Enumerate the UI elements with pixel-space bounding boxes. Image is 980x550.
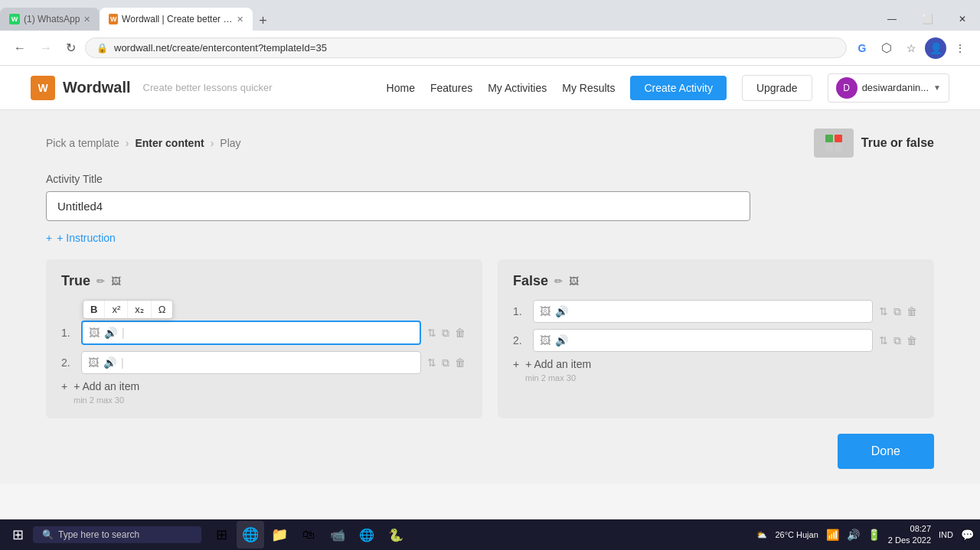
true-add-item[interactable]: + + Add an item	[61, 380, 467, 392]
breadcrumb-play[interactable]: Play	[220, 137, 240, 149]
upgrade-button[interactable]: Upgrade	[742, 75, 812, 101]
false-item-2-copy-btn[interactable]: ⧉	[892, 333, 903, 349]
tab-wordwall[interactable]: W Wordwall | Create better lessons ✕	[100, 8, 253, 31]
subscript-button[interactable]: x₂	[128, 301, 152, 318]
edit-false-icon[interactable]: ✏	[554, 275, 563, 287]
logo-subtitle: Create better lessons quicker	[143, 82, 273, 93]
template-icon	[814, 129, 854, 158]
nav-my-activities[interactable]: My Activities	[488, 82, 547, 94]
true-item-2-text-input[interactable]	[129, 356, 414, 369]
lock-icon: 🔒	[96, 43, 108, 54]
nav-my-results[interactable]: My Results	[562, 82, 615, 94]
breadcrumb-pick-template[interactable]: Pick a template	[46, 137, 119, 149]
address-bar[interactable]: 🔒 wordwall.net/create/entercontent?templ…	[85, 37, 847, 58]
true-item-1-input-area[interactable]: 🖼 🔊 |	[81, 321, 421, 345]
breadcrumb-enter-content: Enter content	[135, 137, 204, 149]
tab-whatsapp[interactable]: W (1) WhatsApp ✕	[0, 8, 100, 31]
nav-home[interactable]: Home	[387, 82, 415, 94]
edit-true-icon[interactable]: ✏	[96, 275, 105, 287]
page-content: Pick a template › Enter content › Play T…	[0, 110, 980, 484]
superscript-button[interactable]: x²	[105, 301, 128, 318]
false-item-1-num: 1.	[513, 305, 528, 317]
true-item-2: 2. 🖼 🔊 | ⇅ ⧉ 🗑	[61, 351, 467, 374]
false-item-1-input-area[interactable]: 🖼 🔊	[533, 300, 873, 323]
create-activity-button[interactable]: Create Activity	[630, 76, 726, 100]
divider-1: |	[122, 327, 125, 339]
true-item-2-copy-btn[interactable]: ⧉	[440, 355, 451, 371]
true-add-item-label: + Add an item	[74, 380, 139, 392]
instruction-label: + Instruction	[57, 232, 116, 244]
menu-icon[interactable]: ⋮	[949, 37, 971, 59]
audio-input-icon-1[interactable]: 🔊	[104, 327, 117, 339]
omega-button[interactable]: Ω	[152, 301, 173, 318]
tab-whatsapp-close[interactable]: ✕	[83, 15, 90, 24]
false-image-icon-1[interactable]: 🖼	[540, 305, 550, 317]
minimize-button[interactable]: —	[874, 8, 910, 31]
activity-title-input[interactable]	[46, 191, 750, 221]
false-item-1-copy-btn[interactable]: ⧉	[892, 304, 903, 320]
refresh-button[interactable]: ↻	[61, 37, 80, 58]
bookmark-icon[interactable]: ☆	[900, 37, 922, 59]
false-audio-icon-2[interactable]: 🔊	[555, 334, 568, 347]
false-item-1-delete-btn[interactable]: 🗑	[905, 304, 919, 320]
activity-title-label: Activity Title	[46, 173, 934, 185]
false-item-2-text-input[interactable]	[573, 334, 866, 347]
image-input-icon-1[interactable]: 🖼	[89, 327, 100, 339]
true-item-1-num: 1.	[61, 327, 77, 339]
plus-icon: +	[46, 232, 52, 244]
whatsapp-favicon: W	[9, 14, 20, 24]
true-item-2-num: 2.	[61, 356, 77, 369]
true-item-1-text-input[interactable]	[129, 327, 413, 339]
nav-features[interactable]: Features	[430, 82, 472, 94]
true-item-1-copy-btn[interactable]: ⧉	[440, 325, 451, 341]
new-tab-button[interactable]: +	[253, 13, 273, 29]
breadcrumb: Pick a template › Enter content › Play	[46, 137, 241, 149]
true-column: True ✏ 🖼 B x² x₂ Ω 1. 🖼 🔊 |	[46, 259, 482, 418]
back-button[interactable]: ←	[9, 38, 31, 58]
audio-input-icon-2[interactable]: 🔊	[103, 356, 116, 369]
false-item-1-text-input[interactable]	[573, 305, 866, 317]
false-add-item[interactable]: + + Add an item	[513, 358, 919, 370]
user-menu[interactable]: D desiwardanin... ▼	[828, 73, 949, 103]
done-button[interactable]: Done	[838, 434, 934, 469]
wordwall-logo-text: Wordwall	[63, 79, 131, 96]
maximize-button[interactable]: ⬜	[910, 8, 945, 31]
forward-button[interactable]: →	[35, 38, 57, 58]
breadcrumb-sep-1: ›	[126, 137, 129, 149]
true-item-2-input-area[interactable]: 🖼 🔊 |	[81, 351, 421, 374]
false-hint: min 2 max 30	[525, 373, 919, 382]
false-item-2-delete-btn[interactable]: 🗑	[905, 333, 919, 349]
false-add-item-label: + Add an item	[525, 358, 591, 370]
user-name: desiwardanin...	[862, 82, 929, 93]
extensions-icon[interactable]: ⬡	[876, 37, 897, 59]
plus-add-false-icon: +	[513, 358, 519, 370]
false-image-icon-2[interactable]: 🖼	[540, 334, 550, 347]
true-hint: min 2 max 30	[74, 395, 467, 405]
instruction-toggle[interactable]: + + Instruction	[46, 232, 934, 244]
profile-icon[interactable]: 👤	[925, 37, 946, 59]
true-column-title: True	[61, 273, 90, 289]
address-text: wordwall.net/create/entercontent?templat…	[114, 42, 835, 54]
close-window-button[interactable]: ✕	[945, 8, 980, 31]
divider-2: |	[121, 356, 124, 369]
tab-wordwall-label: Wordwall | Create better lessons	[122, 14, 233, 24]
true-item-2-delete-btn[interactable]: 🗑	[453, 355, 467, 371]
false-column-title: False	[513, 273, 548, 289]
image-false-icon[interactable]: 🖼	[569, 275, 579, 287]
false-item-1: 1. 🖼 🔊 ⇅ ⧉ 🗑	[513, 300, 919, 323]
breadcrumb-sep-2: ›	[211, 137, 214, 149]
tab-wordwall-close[interactable]: ✕	[237, 15, 243, 24]
image-true-icon[interactable]: 🖼	[111, 275, 121, 287]
false-item-1-move-btn[interactable]: ⇅	[877, 304, 890, 320]
false-audio-icon-1[interactable]: 🔊	[555, 305, 568, 317]
true-item-2-move-btn[interactable]: ⇅	[426, 355, 438, 371]
image-input-icon-2[interactable]: 🖼	[88, 356, 99, 369]
false-item-2-move-btn[interactable]: ⇅	[877, 333, 890, 349]
false-column: False ✏ 🖼 1. 🖼 🔊 ⇅ ⧉ 🗑	[498, 259, 934, 418]
bold-button[interactable]: B	[83, 301, 105, 318]
true-item-1-move-btn[interactable]: ⇅	[426, 325, 438, 341]
google-icon[interactable]: G	[851, 37, 873, 59]
false-item-2-input-area[interactable]: 🖼 🔊	[533, 329, 873, 352]
format-toolbar: B x² x₂ Ω	[83, 300, 173, 319]
true-item-1-delete-btn[interactable]: 🗑	[453, 325, 467, 341]
